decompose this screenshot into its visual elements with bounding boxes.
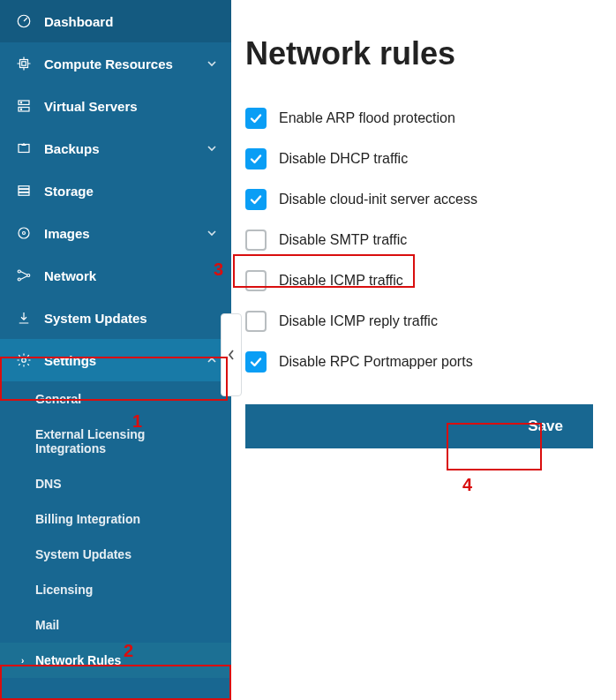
sidebar-subitem-label: External Licensing Integrations: [35, 427, 217, 455]
svg-point-6: [20, 109, 21, 109]
rule-row: Disable SMTP traffic: [245, 230, 593, 251]
servers-icon: [14, 98, 34, 114]
sidebar-item-label: Network: [44, 268, 96, 283]
rule-label: Disable ICMP reply traffic: [279, 313, 438, 329]
rule-checkbox[interactable]: [245, 351, 267, 373]
storage-icon: [14, 183, 34, 199]
svg-point-13: [18, 270, 20, 273]
sidebar-subitem-licensing[interactable]: ›Licensing: [0, 572, 231, 607]
network-icon: [14, 267, 34, 283]
svg-point-16: [22, 358, 26, 363]
main-content: Network rules Enable ARP flood protectio…: [231, 0, 616, 700]
rule-checkbox[interactable]: [245, 189, 267, 210]
annotation-number-4: 4: [462, 475, 472, 495]
sidebar-item-label: Compute Resources: [44, 56, 173, 72]
rule-row: Enable ARP flood protection: [245, 108, 593, 129]
svg-rect-10: [19, 192, 29, 195]
gauge-icon: [14, 13, 34, 29]
backup-icon: [14, 140, 34, 156]
sidebar-collapse-tab[interactable]: [221, 313, 242, 396]
sidebar-subitem-label: Network Rules: [35, 653, 121, 667]
svg-rect-4: [19, 108, 29, 112]
gear-icon: [14, 352, 34, 368]
sidebar-item-label: Storage: [44, 184, 94, 199]
sidebar-item-virtual-servers[interactable]: Virtual Servers: [0, 85, 231, 127]
chevron-down-icon: [207, 143, 217, 154]
sidebar-item-backups[interactable]: Backups: [0, 127, 231, 169]
svg-rect-3: [19, 101, 29, 105]
chevron-left-icon: [228, 349, 235, 361]
sidebar-item-images[interactable]: Images: [0, 212, 231, 254]
sidebar-subitem-billing-integration[interactable]: ›Billing Integration: [0, 501, 231, 537]
sidebar-item-label: Settings: [44, 353, 96, 368]
sidebar-item-storage[interactable]: Storage: [0, 169, 231, 212]
sidebar-subitem-system-updates[interactable]: ›System Updates: [0, 537, 231, 572]
sidebar-item-dashboard[interactable]: Dashboard: [0, 0, 231, 42]
sidebar-subitem-general[interactable]: ›General: [0, 381, 231, 417]
sidebar-subitem-dns[interactable]: ›DNS: [0, 466, 231, 501]
rule-label: Disable SMTP traffic: [279, 232, 407, 248]
rule-row: Disable ICMP traffic: [245, 270, 593, 291]
check-icon: [249, 111, 263, 125]
chevron-up-icon: [207, 355, 217, 365]
sidebar-item-label: Virtual Servers: [44, 99, 138, 114]
chevron-down-icon: [207, 58, 217, 69]
sidebar: DashboardCompute ResourcesVirtual Server…: [0, 0, 231, 700]
sidebar-subitem-label: System Updates: [35, 547, 131, 561]
check-icon: [249, 152, 263, 166]
sidebar-item-label: Backups: [44, 141, 100, 156]
sidebar-subitem-label: General: [35, 392, 81, 406]
rule-row: Disable cloud-init server access: [245, 189, 593, 210]
rule-row: Disable RPC Portmapper ports: [245, 351, 593, 373]
svg-rect-9: [19, 190, 29, 192]
sidebar-item-system-updates[interactable]: System Updates: [0, 297, 231, 339]
sidebar-item-label: Dashboard: [44, 14, 113, 29]
svg-point-5: [20, 102, 21, 103]
svg-rect-8: [19, 186, 29, 189]
sidebar-item-settings[interactable]: Settings: [0, 339, 231, 381]
check-icon: [249, 355, 263, 369]
rule-row: Disable ICMP reply traffic: [245, 311, 593, 332]
rule-checkbox[interactable]: [245, 148, 267, 169]
svg-point-11: [19, 228, 29, 238]
svg-point-15: [27, 275, 30, 277]
svg-point-14: [18, 278, 20, 281]
svg-rect-1: [20, 60, 28, 68]
save-bar: Save: [245, 404, 593, 448]
rule-checkbox[interactable]: [245, 108, 267, 129]
caret-right-icon: ›: [21, 656, 30, 666]
svg-rect-2: [22, 62, 26, 66]
sidebar-item-label: System Updates: [44, 311, 147, 326]
rule-checkbox[interactable]: [245, 270, 267, 291]
download-icon: [14, 310, 34, 326]
rule-label: Disable cloud-init server access: [279, 192, 477, 207]
check-icon: [249, 192, 263, 207]
rule-label: Disable DHCP traffic: [279, 151, 408, 167]
rule-label: Enable ARP flood protection: [279, 110, 455, 126]
disc-icon: [14, 225, 34, 241]
sidebar-subitem-label: Mail: [35, 618, 59, 632]
rule-checkbox[interactable]: [245, 311, 267, 332]
sidebar-subitem-label: Billing Integration: [35, 512, 140, 526]
svg-point-12: [23, 232, 26, 235]
sidebar-subitem-mail[interactable]: ›Mail: [0, 607, 231, 643]
sidebar-subitem-label: DNS: [35, 477, 62, 491]
sidebar-subitem-network-rules[interactable]: ›Network Rules: [0, 643, 231, 678]
sidebar-item-network[interactable]: Network: [0, 254, 231, 297]
rule-label: Disable ICMP traffic: [279, 273, 403, 289]
sidebar-item-label: Images: [44, 226, 90, 241]
sidebar-subitem-external-licensing-integrations[interactable]: ›External Licensing Integrations: [0, 417, 231, 466]
sidebar-subitem-label: Licensing: [35, 583, 93, 597]
rule-row: Disable DHCP traffic: [245, 148, 593, 169]
chevron-down-icon: [207, 228, 217, 238]
sidebar-settings-submenu: ›General›External Licensing Integrations…: [0, 381, 231, 681]
page-title: Network rules: [245, 35, 593, 72]
sidebar-item-compute-resources[interactable]: Compute Resources: [0, 42, 231, 85]
rules-list: Enable ARP flood protectionDisable DHCP …: [245, 108, 593, 373]
save-button[interactable]: Save: [498, 404, 593, 448]
rule-label: Disable RPC Portmapper ports: [279, 354, 473, 370]
rule-checkbox[interactable]: [245, 230, 267, 251]
cpu-icon: [14, 56, 34, 72]
